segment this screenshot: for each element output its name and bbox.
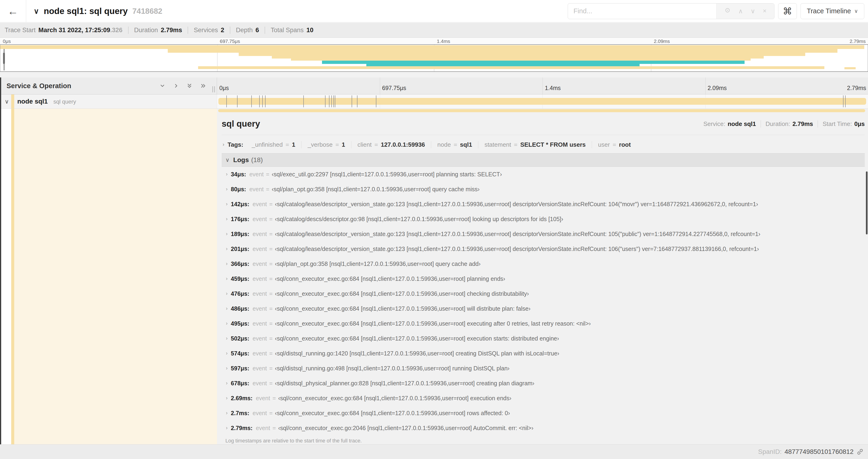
log-row[interactable]: › 678μs: event = ‹sql/distsql_physical_p…: [222, 376, 865, 391]
span-bar-cell[interactable]: [217, 94, 868, 108]
log-expand-icon[interactable]: ›: [226, 291, 227, 297]
span-duration-bar[interactable]: [218, 98, 866, 105]
log-expand-icon[interactable]: ›: [226, 246, 227, 252]
expand-all-icon[interactable]: [199, 82, 207, 89]
back-button[interactable]: ←: [0, 0, 26, 22]
copy-link-icon[interactable]: [856, 448, 864, 456]
log-expand-icon[interactable]: ›: [226, 321, 227, 327]
tags-row[interactable]: › Tags: _unfinished = 1 _verbose = 1 cli…: [222, 138, 865, 151]
tag-item[interactable]: _unfinished = 1: [246, 141, 302, 148]
log-row[interactable]: › 2.79ms: event = ‹sql/conn_executor_exe…: [222, 421, 865, 435]
tag-item[interactable]: _verbose = 1: [301, 141, 351, 148]
collapse-one-icon[interactable]: [159, 82, 166, 89]
log-row[interactable]: › 80μs: event = ‹sql/plan_opt.go:358 [ns…: [222, 182, 865, 197]
log-expand-icon[interactable]: ›: [226, 216, 227, 222]
trace-collapse-icon[interactable]: ∨: [34, 7, 39, 15]
log-row[interactable]: › 2.69ms: event = ‹sql/conn_executor_exe…: [222, 391, 865, 405]
minimap-canvas[interactable]: [0, 45, 868, 71]
minimap-ruler: 0μs 697.75μs 1.4ms 2.09ms 2.79ms: [0, 38, 868, 44]
log-tick-mark[interactable]: [334, 95, 334, 107]
span-name-cell[interactable]: ∨ node sql1 sql query: [0, 94, 217, 108]
log-row[interactable]: › 459μs: event = ‹sql/conn_executor_exec…: [222, 271, 865, 286]
log-expand-icon[interactable]: ›: [226, 201, 227, 207]
log-message: ‹sql/conn_executor_exec.go:684 [nsql1,cl…: [275, 290, 529, 297]
logs-header[interactable]: ∨ Logs (18): [222, 153, 865, 167]
log-row[interactable]: › 176μs: event = ‹sql/catalog/descs/desc…: [222, 211, 865, 226]
log-expand-icon[interactable]: ›: [226, 276, 227, 282]
log-equals: =: [269, 290, 273, 297]
log-expand-icon[interactable]: ›: [226, 231, 227, 237]
log-tick-mark[interactable]: [265, 95, 266, 107]
log-tick-mark[interactable]: [303, 95, 304, 107]
keyboard-shortcuts-button[interactable]: ⌘: [778, 3, 797, 19]
tag-item[interactable]: node = sql1: [431, 141, 478, 148]
prev-result-icon[interactable]: ∧: [738, 7, 743, 15]
log-tick-mark[interactable]: [226, 95, 227, 107]
log-row[interactable]: › 2.7ms: event = ‹sql/conn_executor_exec…: [222, 405, 865, 421]
log-tick-mark[interactable]: [325, 95, 326, 107]
log-expand-icon[interactable]: ›: [226, 410, 227, 416]
meta-item: Duration: 2.79ms: [761, 120, 813, 128]
log-expand-icon[interactable]: ›: [226, 171, 227, 177]
log-expand-icon[interactable]: ›: [226, 261, 227, 267]
log-row[interactable]: › 597μs: event = ‹sql/distsql_running.go…: [222, 361, 865, 376]
find-input[interactable]: [568, 3, 716, 19]
log-expand-icon[interactable]: ›: [226, 395, 227, 401]
log-tick-mark[interactable]: [845, 95, 846, 107]
log-tick-mark[interactable]: [251, 95, 252, 107]
tag-item[interactable]: statement = SELECT * FROM users: [478, 141, 592, 148]
tag-item[interactable]: client = 127.0.0.1:59936: [351, 141, 431, 148]
log-expand-icon[interactable]: ›: [226, 350, 227, 356]
log-expand-icon[interactable]: ›: [226, 305, 227, 312]
log-row[interactable]: › 366μs: event = ‹sql/plan_opt.go:358 [n…: [222, 256, 865, 271]
ruler-gridline: [542, 77, 543, 94]
log-row[interactable]: › 476μs: event = ‹sql/conn_executor_exec…: [222, 286, 865, 301]
log-row[interactable]: › 502μs: event = ‹sql/conn_executor_exec…: [222, 331, 865, 346]
log-row[interactable]: › 142μs: event = ‹sql/catalog/lease/desc…: [222, 197, 865, 211]
log-expand-icon[interactable]: ›: [226, 335, 227, 341]
column-resizer-handle[interactable]: [212, 86, 215, 92]
minimap-scrubber-grip[interactable]: [3, 53, 5, 64]
view-selector-button[interactable]: Trace Timeline ∨: [801, 3, 864, 19]
tags-expand-icon[interactable]: ›: [223, 141, 224, 147]
collapse-all-icon[interactable]: [186, 82, 193, 89]
log-row[interactable]: › 34μs: event = ‹sql/exec_util.go:2297 […: [222, 167, 865, 182]
log-expand-icon[interactable]: ›: [226, 380, 227, 386]
log-tick-mark[interactable]: [237, 95, 238, 107]
log-field-key: event: [253, 335, 267, 342]
log-tick-mark[interactable]: [259, 95, 260, 107]
right-scrollbar-thumb[interactable]: [866, 171, 868, 234]
log-timestamp: 597μs:: [231, 365, 249, 372]
expand-one-icon[interactable]: [173, 82, 180, 89]
left-scrollbar[interactable]: [0, 77, 1, 444]
span-table-header: Service & Operation 0μs: [0, 77, 868, 94]
locate-icon[interactable]: [724, 7, 731, 15]
trace-minimap[interactable]: [0, 44, 868, 72]
log-row[interactable]: › 189μs: event = ‹sql/catalog/lease/desc…: [222, 226, 865, 241]
log-field-key: event: [253, 365, 267, 372]
log-expand-icon[interactable]: ›: [226, 425, 227, 431]
log-tick-mark[interactable]: [335, 95, 335, 107]
log-tick-mark[interactable]: [352, 95, 352, 107]
log-timestamp: 574μs:: [231, 350, 249, 357]
span-row[interactable]: ∨ node sql1 sql query: [0, 94, 868, 109]
log-row[interactable]: › 574μs: event = ‹sql/distsql_running.go…: [222, 346, 865, 361]
log-row[interactable]: › 201μs: event = ‹sql/catalog/lease/desc…: [222, 241, 865, 256]
next-result-icon[interactable]: ∨: [751, 7, 755, 15]
log-tick-mark[interactable]: [331, 95, 332, 107]
log-tick-mark[interactable]: [262, 95, 263, 107]
log-tick-mark[interactable]: [843, 95, 843, 107]
log-row[interactable]: › 495μs: event = ‹sql/conn_executor_exec…: [222, 316, 865, 331]
meta-item: Start Time: 0μs: [817, 120, 865, 128]
log-row[interactable]: › 486μs: event = ‹sql/conn_executor_exec…: [222, 301, 865, 316]
log-expand-icon[interactable]: ›: [226, 365, 227, 371]
log-tick-mark[interactable]: [376, 95, 376, 107]
log-expand-icon[interactable]: ›: [226, 186, 227, 192]
log-tick-mark[interactable]: [357, 95, 358, 107]
span-collapse-icon[interactable]: ∨: [5, 98, 9, 105]
logs-collapse-icon[interactable]: ∨: [225, 157, 229, 163]
log-equals: =: [269, 201, 273, 207]
log-tick-mark[interactable]: [329, 95, 330, 107]
tag-item[interactable]: user = root: [592, 141, 637, 148]
clear-search-icon[interactable]: ×: [763, 7, 767, 15]
